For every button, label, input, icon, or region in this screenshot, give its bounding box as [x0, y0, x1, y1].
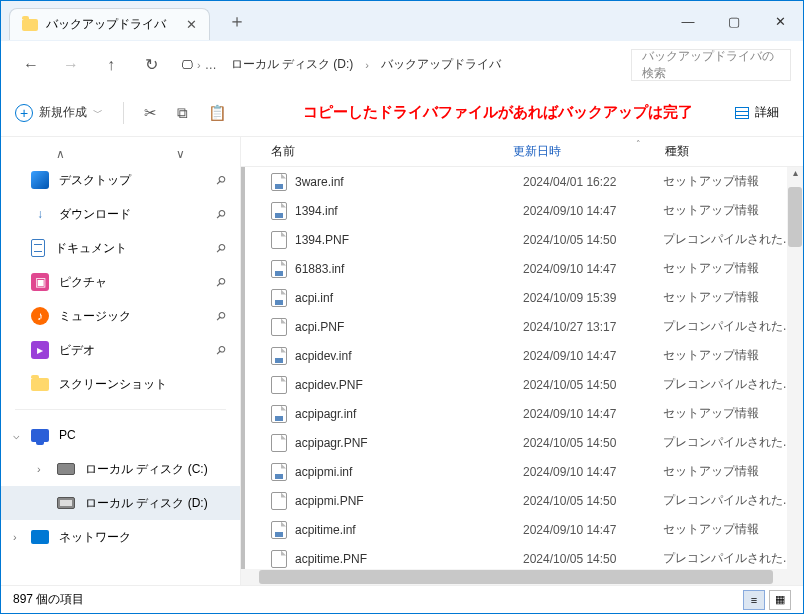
scrollbar-vertical[interactable]: ▴: [787, 167, 803, 569]
expand-icon[interactable]: ›: [37, 463, 41, 475]
sidebar-item[interactable]: スクリーンショット: [1, 367, 240, 401]
file-row[interactable]: acpitime.inf2024/09/10 14:47セットアップ情報: [245, 515, 803, 544]
separator: [15, 409, 226, 410]
refresh-button[interactable]: ↻: [133, 47, 169, 83]
new-label: 新規作成: [39, 104, 87, 121]
file-type: セットアップ情報: [663, 289, 803, 306]
address-bar[interactable]: 🖵 › … ローカル ディスク (D:) › バックアップドライバ: [181, 47, 619, 83]
tree-item[interactable]: ›ローカル ディスク (C:): [1, 452, 240, 486]
new-tab-button[interactable]: ＋: [228, 9, 246, 33]
disk-icon: [57, 463, 75, 475]
sidebar: ∧∨ デスクトップ⚲↓ダウンロード⚲ドキュメント⚲▣ピクチャ⚲♪ミュージック⚲▸…: [1, 137, 241, 585]
tree-item[interactable]: ›ネットワーク: [1, 520, 240, 554]
file-icon: [271, 521, 287, 539]
pc-icon: 🖵: [181, 58, 193, 72]
window-controls: — ▢ ✕: [665, 6, 803, 36]
sidebar-item[interactable]: デスクトップ⚲: [1, 163, 240, 197]
file-row[interactable]: acpi.inf2024/10/09 15:39セットアップ情報: [245, 283, 803, 312]
tree-item[interactable]: ローカル ディスク (D:): [1, 486, 240, 520]
file-date: 2024/09/10 14:47: [523, 262, 663, 276]
column-headers: ˄ 名前 更新日時 種類: [241, 137, 803, 167]
file-row[interactable]: acpipagr.PNF2024/10/05 14:50プレコンパイルされた..…: [245, 428, 803, 457]
path-segment-drive[interactable]: ローカル ディスク (D:): [223, 52, 362, 77]
scroll-thumb[interactable]: [259, 570, 773, 584]
pin-icon: ⚲: [213, 308, 229, 324]
sidebar-item-label: スクリーンショット: [59, 376, 167, 393]
file-type: プレコンパイルされた...: [663, 434, 803, 451]
download-icon: ↓: [31, 205, 49, 223]
expand-icon[interactable]: ⌵: [13, 429, 20, 442]
path-segment-folder[interactable]: バックアップドライバ: [373, 52, 509, 77]
forward-button[interactable]: →: [53, 47, 89, 83]
file-icon: [271, 231, 287, 249]
file-row[interactable]: acpidev.PNF2024/10/05 14:50プレコンパイルされた...: [245, 370, 803, 399]
sidebar-item[interactable]: ▣ピクチャ⚲: [1, 265, 240, 299]
sidebar-item[interactable]: ↓ダウンロード⚲: [1, 197, 240, 231]
file-date: 2024/10/05 14:50: [523, 552, 663, 566]
cut-icon[interactable]: ✂: [144, 104, 157, 122]
maximize-button[interactable]: ▢: [711, 6, 757, 36]
grid-view-button[interactable]: ▦: [769, 590, 791, 610]
sidebar-item[interactable]: ♪ミュージック⚲: [1, 299, 240, 333]
chevron-down-icon: ﹀: [93, 106, 103, 120]
separator: [123, 102, 124, 124]
up-button[interactable]: ↑: [93, 47, 129, 83]
column-type[interactable]: 種類: [665, 143, 803, 160]
sidebar-item[interactable]: ▸ビデオ⚲: [1, 333, 240, 367]
scroll-thumb[interactable]: [788, 187, 802, 247]
expand-icon[interactable]: ›: [13, 531, 17, 543]
file-date: 2024/09/10 14:47: [523, 523, 663, 537]
paste-icon[interactable]: 📋: [208, 104, 227, 122]
file-list[interactable]: 3ware.inf2024/04/01 16:22セットアップ情報1394.in…: [241, 167, 803, 569]
pc-icon: [31, 429, 49, 442]
sidebar-top-control[interactable]: ∧∨: [1, 145, 240, 163]
pin-icon: ⚲: [213, 342, 229, 358]
search-input[interactable]: バックアップドライバの検索: [631, 49, 791, 81]
window-tab[interactable]: バックアップドライバ ✕: [9, 8, 210, 40]
file-row[interactable]: 1394.inf2024/09/10 14:47セットアップ情報: [245, 196, 803, 225]
scrollbar-horizontal[interactable]: [241, 569, 803, 585]
minimize-button[interactable]: —: [665, 6, 711, 36]
dd-icon: [57, 497, 75, 509]
sidebar-item-label: ピクチャ: [59, 274, 107, 291]
file-row[interactable]: acpipmi.inf2024/09/10 14:47セットアップ情報: [245, 457, 803, 486]
new-button[interactable]: + 新規作成 ﹀: [15, 104, 103, 122]
status-bar: 897 個の項目 ≡ ▦: [1, 585, 803, 613]
back-button[interactable]: ←: [13, 47, 49, 83]
path-overflow[interactable]: …: [205, 58, 219, 72]
nav-row: ← → ↑ ↻ 🖵 › … ローカル ディスク (D:) › バックアップドライ…: [1, 41, 803, 89]
file-row[interactable]: acpipagr.inf2024/09/10 14:47セットアップ情報: [245, 399, 803, 428]
tree-item[interactable]: ⌵PC: [1, 418, 240, 452]
file-row[interactable]: acpi.PNF2024/10/27 13:17プレコンパイルされた...: [245, 312, 803, 341]
file-icon: [271, 318, 287, 336]
file-row[interactable]: acpidev.inf2024/09/10 14:47セットアップ情報: [245, 341, 803, 370]
chevron-right-icon[interactable]: ›: [365, 59, 369, 71]
item-count: 897 個の項目: [13, 591, 84, 608]
pic-icon: ▣: [31, 273, 49, 291]
chevron-right-icon[interactable]: ›: [197, 59, 201, 71]
folder-icon: [22, 19, 38, 31]
sidebar-item-label: デスクトップ: [59, 172, 131, 189]
file-row[interactable]: 61883.inf2024/09/10 14:47セットアップ情報: [245, 254, 803, 283]
details-button[interactable]: 詳細: [725, 100, 789, 125]
file-type: セットアップ情報: [663, 260, 803, 277]
file-row[interactable]: 3ware.inf2024/04/01 16:22セットアップ情報: [245, 167, 803, 196]
sidebar-item[interactable]: ドキュメント⚲: [1, 231, 240, 265]
close-button[interactable]: ✕: [757, 6, 803, 36]
file-icon: [271, 405, 287, 423]
file-row[interactable]: 1394.PNF2024/10/05 14:50プレコンパイルされた...: [245, 225, 803, 254]
file-name: 1394.inf: [295, 204, 523, 218]
file-date: 2024/09/10 14:47: [523, 204, 663, 218]
details-view-button[interactable]: ≡: [743, 590, 765, 610]
plus-circle-icon: +: [15, 104, 33, 122]
file-type: プレコンパイルされた...: [663, 492, 803, 509]
copy-icon[interactable]: ⧉: [177, 104, 188, 122]
file-icon: [271, 347, 287, 365]
pin-icon: ⚲: [213, 206, 229, 222]
column-date[interactable]: 更新日時: [513, 143, 653, 160]
column-name[interactable]: 名前: [271, 143, 501, 160]
sidebar-item-label: ミュージック: [59, 308, 131, 325]
file-row[interactable]: acpipmi.PNF2024/10/05 14:50プレコンパイルされた...: [245, 486, 803, 515]
close-tab-icon[interactable]: ✕: [186, 17, 197, 32]
file-row[interactable]: acpitime.PNF2024/10/05 14:50プレコンパイルされた..…: [245, 544, 803, 569]
